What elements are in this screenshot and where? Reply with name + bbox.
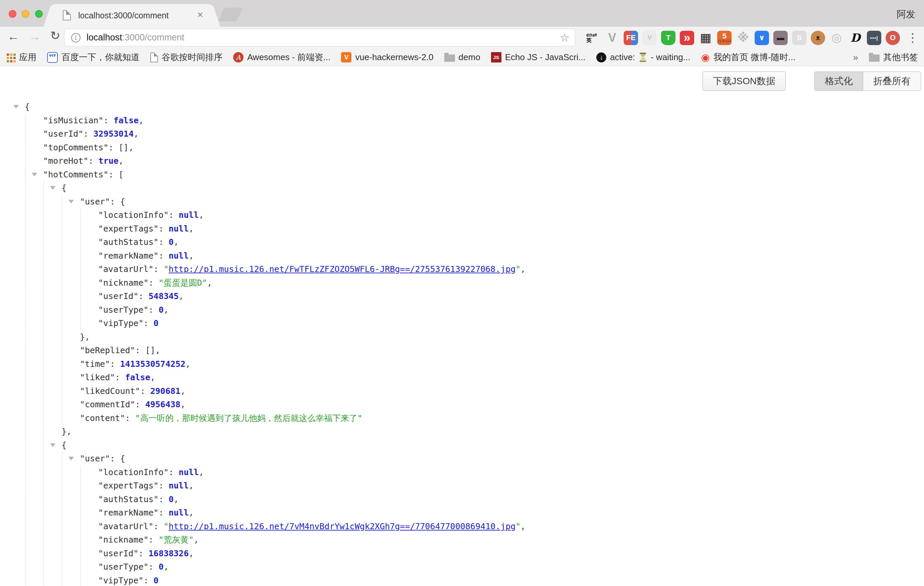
json-url-link[interactable]: http://p1.music.126.net/FwTFLzZFZOZO5WFL… [169,264,516,274]
json-token: "locationInfo" [98,467,169,477]
json-token: 32953014 [94,129,134,139]
weibo-icon[interactable]: ◎ [830,31,844,45]
json-viewer-controls: 下载JSON数据 格式化 折叠所有 [703,71,921,91]
url-path: :3000/comment [122,32,185,43]
qrcode-icon[interactable]: ▦ [698,31,713,45]
site-info-icon[interactable]: i [71,33,81,43]
other-bookmarks[interactable]: 其他书签 [869,51,918,63]
collapse-arrow-icon[interactable] [50,443,56,447]
json-token: 290681 [150,386,180,396]
minimize-window-button[interactable] [22,10,30,18]
echojs-icon: JS [491,52,502,63]
bookmarks-overflow-chevron[interactable]: » [853,52,858,63]
json-token: "expertTags" [98,224,159,234]
paw-icon[interactable]: ※ [736,31,750,45]
translate-icon[interactable]: en⇄英 [586,31,601,45]
bookmark-item[interactable]: 谷歌按时间排序 [150,51,223,63]
bookmark-item[interactable]: 爫百度一下，你就知道 [47,51,140,63]
download-json-button[interactable]: 下载JSON数据 [703,71,786,91]
onepassword-icon[interactable]: •••| [867,31,881,45]
json-token: , [174,237,179,247]
json-token: , [520,264,525,274]
json-token: "expertTags" [98,481,159,490]
address-bar[interactable]: i localhost:3000/comment ☆ [64,29,575,46]
d-icon[interactable]: D [848,31,863,45]
json-line: }, [61,425,525,439]
bookmark-item[interactable]: Vvue-hackernews-2.0 [341,52,433,63]
tab-close-icon[interactable]: × [197,9,203,20]
json-line: "authStatus": 0, [98,493,525,507]
json-token: null [169,508,189,518]
new-tab-button[interactable] [218,8,243,21]
bookmark-item[interactable]: 应用 [6,51,36,63]
json-token: : [110,197,120,206]
fe-icon[interactable]: FE [624,31,638,45]
collapse-arrow-icon[interactable] [32,173,37,177]
json-token: "content" [80,413,125,423]
json-token: , [199,467,204,477]
json-token: "vipType" [98,319,143,328]
page-icon [63,10,71,20]
json-token: 0 [169,494,174,504]
vue-devtools-icon[interactable]: V [605,31,619,45]
browser-menu-icon[interactable]: ⋮ [907,31,919,45]
vue-devtools-icon: V [608,32,616,44]
tampermonkey-icon[interactable]: ᴥ [811,31,825,45]
json-line: "hotComments": [ [43,168,525,182]
close-window-button[interactable] [9,10,16,18]
json-token: : [88,156,98,166]
json-token: : [153,264,164,274]
format-button[interactable]: 格式化 [815,72,863,91]
json-token: "nickname" [98,278,148,288]
json-line: "userType": 0, [98,303,525,317]
collapse-arrow-icon[interactable] [13,105,19,109]
json-line: "nickname": "蛋蛋是圆D", [98,276,525,290]
forward-button[interactable]: → [29,30,41,43]
weibo-eye-icon: ◉ [701,51,710,63]
weibo-icon: ◎ [832,32,842,44]
json-line: { [25,100,525,114]
json-line: "nickname": "荒灰黄", [98,533,525,547]
json-token: : [143,319,153,328]
collapse-arrow-icon[interactable] [68,457,74,461]
json-token: 548345 [148,291,179,301]
collapse-arrow-icon[interactable] [68,200,74,203]
back-button[interactable]: ← [7,30,19,43]
maximize-window-button[interactable] [35,10,43,18]
json-token: , [189,481,194,490]
json-token: [] [119,143,129,152]
profile-name[interactable]: 阿发 [897,8,915,21]
json-line: "userType": 0, [98,560,525,574]
browser-tab[interactable]: localhost:3000/comment × [54,4,210,27]
mask-icon[interactable]: ▬ [773,31,788,45]
double-chevron-icon[interactable]: ∨ [755,31,769,45]
json-line: }, [80,330,525,344]
s-icon[interactable]: S [792,31,807,45]
bookmark-item[interactable]: ◉我的首页 微博-随时... [701,51,795,63]
json-token: "userType" [98,562,148,572]
json-token: 4956438 [145,399,180,409]
json-token: 0 [159,562,164,572]
json-token: "蛋蛋是圆D" [159,278,207,288]
shield-t-icon[interactable]: T [661,31,675,45]
bookmarks-bar: 应用爫百度一下，你就知道谷歌按时间排序AAwesomes - 前端资...Vvu… [0,49,924,66]
json-token: : [125,413,135,423]
collapse-arrow-icon[interactable] [50,186,56,190]
json-url-link[interactable]: http://p1.music.126.net/7vM4nvBdrYw1cWgk… [169,522,516,531]
json-token: 0 [153,319,159,328]
sitemap-icon[interactable]: ⑂ [642,31,657,45]
bookmark-item[interactable]: demo [444,52,480,63]
json-token: , [189,508,194,518]
bookmark-star-icon[interactable]: ☆ [559,31,569,44]
reload-button[interactable]: ↻ [50,29,60,43]
onetab-icon[interactable]: O [886,31,900,45]
collapse-all-button[interactable]: 折叠所有 [863,72,921,91]
fast-forward-icon[interactable]: » [680,31,694,45]
sitemap-icon: ⑂ [647,34,652,41]
bookmark-item[interactable]: AAwesomes - 前端资... [233,51,330,63]
bookmark-item[interactable]: ↓active: ⏳ - waiting... [596,52,690,63]
json-token: , [164,562,169,572]
bookmark-item[interactable]: JSEcho JS - JavaScri... [491,52,586,63]
h5player-icon[interactable]: 5PLAYER [717,31,732,45]
json-token: { [61,440,66,450]
